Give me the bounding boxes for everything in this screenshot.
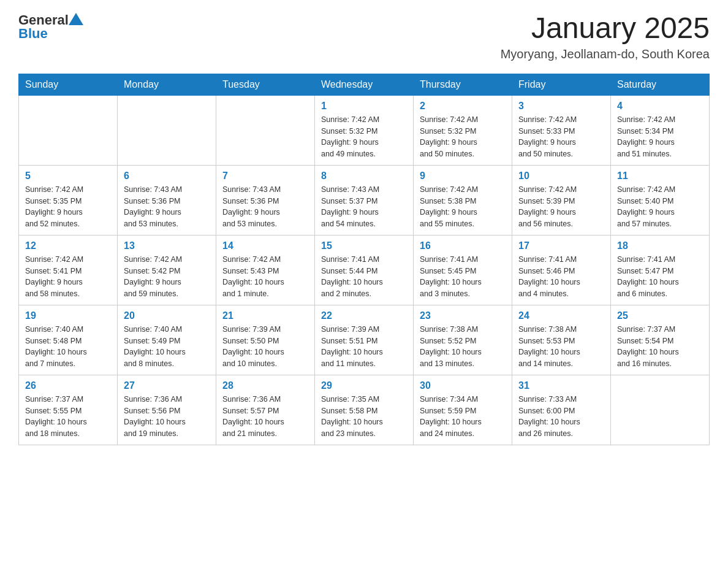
calendar-cell: 12Sunrise: 7:42 AMSunset: 5:41 PMDayligh… — [19, 235, 118, 305]
day-number: 12 — [25, 240, 111, 251]
logo-wrapper: General Blue — [18, 12, 83, 42]
weekday-header-monday: Monday — [118, 74, 216, 95]
day-number: 1 — [321, 101, 407, 112]
page-header: General Blue January 2025 Myoryang, Jeol… — [18, 12, 710, 61]
day-number: 10 — [518, 170, 604, 182]
day-info: Sunrise: 7:43 AMSunset: 5:37 PMDaylight:… — [321, 184, 407, 230]
day-info: Sunrise: 7:41 AMSunset: 5:47 PMDaylight:… — [617, 254, 703, 300]
calendar-cell: 24Sunrise: 7:38 AMSunset: 5:53 PMDayligh… — [512, 305, 611, 375]
weekday-header-saturday: Saturday — [611, 74, 710, 95]
calendar-cell: 20Sunrise: 7:40 AMSunset: 5:49 PMDayligh… — [118, 305, 216, 375]
day-number: 21 — [222, 310, 308, 321]
calendar-cell: 15Sunrise: 7:41 AMSunset: 5:44 PMDayligh… — [315, 235, 414, 305]
day-number: 25 — [617, 310, 703, 321]
day-info: Sunrise: 7:42 AMSunset: 5:39 PMDaylight:… — [518, 184, 604, 230]
calendar-cell: 7Sunrise: 7:43 AMSunset: 5:36 PMDaylight… — [216, 165, 315, 235]
day-info: Sunrise: 7:38 AMSunset: 5:52 PMDaylight:… — [420, 324, 506, 370]
day-number: 24 — [518, 310, 604, 321]
day-number: 31 — [518, 380, 604, 391]
day-number: 9 — [420, 170, 506, 182]
day-info: Sunrise: 7:43 AMSunset: 5:36 PMDaylight:… — [222, 184, 308, 230]
day-number: 14 — [222, 240, 308, 251]
day-number: 11 — [617, 170, 703, 182]
day-number: 20 — [124, 310, 210, 321]
calendar-cell: 31Sunrise: 7:33 AMSunset: 6:00 PMDayligh… — [512, 375, 611, 445]
calendar-cell: 1Sunrise: 7:42 AMSunset: 5:32 PMDaylight… — [315, 95, 414, 165]
logo-blue-text: Blue — [18, 26, 83, 42]
calendar-cell: 17Sunrise: 7:41 AMSunset: 5:46 PMDayligh… — [512, 235, 611, 305]
calendar-cell: 30Sunrise: 7:34 AMSunset: 5:59 PMDayligh… — [414, 375, 512, 445]
day-number: 8 — [321, 170, 407, 182]
calendar-cell: 9Sunrise: 7:42 AMSunset: 5:38 PMDaylight… — [414, 165, 512, 235]
weekday-header-wednesday: Wednesday — [315, 74, 414, 95]
calendar-cell: 3Sunrise: 7:42 AMSunset: 5:33 PMDaylight… — [512, 95, 611, 165]
day-number: 3 — [518, 101, 604, 112]
day-info: Sunrise: 7:42 AMSunset: 5:35 PMDaylight:… — [25, 184, 111, 230]
day-info: Sunrise: 7:41 AMSunset: 5:45 PMDaylight:… — [420, 254, 506, 300]
calendar-cell: 6Sunrise: 7:43 AMSunset: 5:36 PMDaylight… — [118, 165, 216, 235]
day-number: 7 — [222, 170, 308, 182]
day-number: 28 — [222, 380, 308, 391]
calendar-week-3: 12Sunrise: 7:42 AMSunset: 5:41 PMDayligh… — [19, 235, 710, 305]
calendar-cell: 28Sunrise: 7:36 AMSunset: 5:57 PMDayligh… — [216, 375, 315, 445]
day-info: Sunrise: 7:42 AMSunset: 5:40 PMDaylight:… — [617, 184, 703, 230]
calendar-cell — [118, 95, 216, 165]
calendar-cell: 18Sunrise: 7:41 AMSunset: 5:47 PMDayligh… — [611, 235, 710, 305]
calendar-cell: 8Sunrise: 7:43 AMSunset: 5:37 PMDaylight… — [315, 165, 414, 235]
calendar-cell: 26Sunrise: 7:37 AMSunset: 5:55 PMDayligh… — [19, 375, 118, 445]
day-info: Sunrise: 7:42 AMSunset: 5:41 PMDaylight:… — [25, 254, 111, 300]
calendar-cell: 14Sunrise: 7:42 AMSunset: 5:43 PMDayligh… — [216, 235, 315, 305]
day-number: 15 — [321, 240, 407, 251]
calendar-cell: 29Sunrise: 7:35 AMSunset: 5:58 PMDayligh… — [315, 375, 414, 445]
weekday-header-tuesday: Tuesday — [216, 74, 315, 95]
weekday-header-friday: Friday — [512, 74, 611, 95]
day-info: Sunrise: 7:39 AMSunset: 5:50 PMDaylight:… — [222, 324, 308, 370]
day-info: Sunrise: 7:33 AMSunset: 6:00 PMDaylight:… — [518, 394, 604, 440]
weekday-header-thursday: Thursday — [414, 74, 512, 95]
day-number: 30 — [420, 380, 506, 391]
day-info: Sunrise: 7:41 AMSunset: 5:44 PMDaylight:… — [321, 254, 407, 300]
day-info: Sunrise: 7:37 AMSunset: 5:54 PMDaylight:… — [617, 324, 703, 370]
day-number: 5 — [25, 170, 111, 182]
calendar-week-2: 5Sunrise: 7:42 AMSunset: 5:35 PMDaylight… — [19, 165, 710, 235]
day-number: 29 — [321, 380, 407, 391]
day-number: 18 — [617, 240, 703, 251]
logo-triangle-icon — [69, 13, 83, 25]
calendar-table: SundayMondayTuesdayWednesdayThursdayFrid… — [18, 74, 710, 445]
calendar-cell: 21Sunrise: 7:39 AMSunset: 5:50 PMDayligh… — [216, 305, 315, 375]
day-number: 22 — [321, 310, 407, 321]
calendar-cell: 27Sunrise: 7:36 AMSunset: 5:56 PMDayligh… — [118, 375, 216, 445]
calendar-cell: 2Sunrise: 7:42 AMSunset: 5:32 PMDaylight… — [414, 95, 512, 165]
day-info: Sunrise: 7:43 AMSunset: 5:36 PMDaylight:… — [124, 184, 210, 230]
calendar-cell: 10Sunrise: 7:42 AMSunset: 5:39 PMDayligh… — [512, 165, 611, 235]
day-number: 19 — [25, 310, 111, 321]
calendar-cell: 11Sunrise: 7:42 AMSunset: 5:40 PMDayligh… — [611, 165, 710, 235]
day-number: 27 — [124, 380, 210, 391]
calendar-cell: 4Sunrise: 7:42 AMSunset: 5:34 PMDaylight… — [611, 95, 710, 165]
day-info: Sunrise: 7:34 AMSunset: 5:59 PMDaylight:… — [420, 394, 506, 440]
day-number: 17 — [518, 240, 604, 251]
calendar-week-4: 19Sunrise: 7:40 AMSunset: 5:48 PMDayligh… — [19, 305, 710, 375]
day-info: Sunrise: 7:35 AMSunset: 5:58 PMDaylight:… — [321, 394, 407, 440]
calendar-cell — [216, 95, 315, 165]
day-info: Sunrise: 7:42 AMSunset: 5:38 PMDaylight:… — [420, 184, 506, 230]
day-number: 4 — [617, 101, 703, 112]
day-number: 16 — [420, 240, 506, 251]
day-info: Sunrise: 7:37 AMSunset: 5:55 PMDaylight:… — [25, 394, 111, 440]
day-info: Sunrise: 7:42 AMSunset: 5:43 PMDaylight:… — [222, 254, 308, 300]
day-info: Sunrise: 7:42 AMSunset: 5:32 PMDaylight:… — [420, 114, 506, 160]
day-info: Sunrise: 7:41 AMSunset: 5:46 PMDaylight:… — [518, 254, 604, 300]
day-number: 26 — [25, 380, 111, 391]
calendar-cell: 23Sunrise: 7:38 AMSunset: 5:52 PMDayligh… — [414, 305, 512, 375]
calendar-cell: 13Sunrise: 7:42 AMSunset: 5:42 PMDayligh… — [118, 235, 216, 305]
weekday-header-sunday: Sunday — [19, 74, 118, 95]
calendar-cell — [611, 375, 710, 445]
calendar-week-1: 1Sunrise: 7:42 AMSunset: 5:32 PMDaylight… — [19, 95, 710, 165]
day-info: Sunrise: 7:40 AMSunset: 5:49 PMDaylight:… — [124, 324, 210, 370]
day-info: Sunrise: 7:42 AMSunset: 5:34 PMDaylight:… — [617, 114, 703, 160]
day-info: Sunrise: 7:39 AMSunset: 5:51 PMDaylight:… — [321, 324, 407, 370]
day-info: Sunrise: 7:38 AMSunset: 5:53 PMDaylight:… — [518, 324, 604, 370]
day-number: 13 — [124, 240, 210, 251]
day-number: 23 — [420, 310, 506, 321]
day-info: Sunrise: 7:42 AMSunset: 5:32 PMDaylight:… — [321, 114, 407, 160]
